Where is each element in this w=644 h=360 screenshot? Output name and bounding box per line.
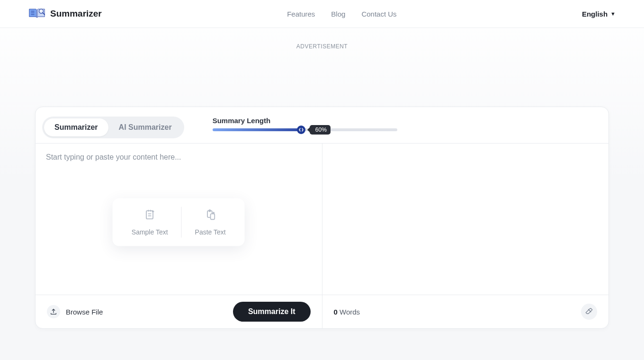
tab-ai-summarizer[interactable]: AI Summarizer bbox=[108, 118, 182, 136]
notepad-plus-icon bbox=[143, 208, 156, 222]
summarizer-card: Summarizer AI Summarizer Summary Length … bbox=[35, 107, 609, 329]
brand-name: Summarizer bbox=[50, 9, 102, 19]
slider-grip-icon bbox=[299, 127, 304, 132]
tab-summarizer[interactable]: Summarizer bbox=[44, 118, 108, 136]
clear-output-button[interactable] bbox=[581, 304, 597, 320]
nav-contact[interactable]: Contact Us bbox=[361, 10, 396, 18]
clipboard-paste-icon bbox=[204, 208, 216, 222]
browse-file-button[interactable]: Browse File bbox=[47, 305, 103, 318]
mode-tabs: Summarizer AI Summarizer bbox=[42, 117, 184, 138]
input-pane: Sample Text Paste Text bbox=[36, 144, 322, 295]
word-count-value: 0 bbox=[334, 308, 338, 316]
book-magnifier-icon bbox=[28, 7, 45, 21]
nav-blog[interactable]: Blog bbox=[331, 10, 345, 18]
footer-left: Browse File Summarize It bbox=[36, 295, 322, 328]
browse-file-label: Browse File bbox=[66, 308, 103, 316]
output-pane bbox=[322, 144, 609, 295]
footer-row: Browse File Summarize It 0 Words bbox=[36, 295, 608, 328]
eraser-icon bbox=[585, 307, 593, 317]
helper-card: Sample Text Paste Text bbox=[113, 198, 245, 246]
nav-features[interactable]: Features bbox=[287, 10, 315, 18]
paste-text-label: Paste Text bbox=[195, 228, 226, 235]
summary-length-slider[interactable]: 60% bbox=[213, 128, 397, 131]
summary-length-block: Summary Length 60% bbox=[213, 117, 430, 131]
sample-text-label: Sample Text bbox=[132, 228, 168, 235]
panes: Sample Text Paste Text bbox=[36, 143, 608, 295]
summarize-button[interactable]: Summarize It bbox=[233, 302, 311, 322]
slider-thumb[interactable] bbox=[297, 126, 305, 134]
sample-text-button[interactable]: Sample Text bbox=[118, 207, 181, 237]
summary-length-label: Summary Length bbox=[213, 117, 430, 125]
slider-fill bbox=[213, 128, 301, 131]
svg-rect-10 bbox=[210, 214, 215, 219]
caret-down-icon: ▼ bbox=[610, 11, 616, 17]
upload-icon bbox=[47, 305, 60, 318]
footer-right: 0 Words bbox=[322, 295, 609, 328]
top-bar: Summarizer Features Blog Contact Us Engl… bbox=[0, 0, 644, 28]
word-count: 0 Words bbox=[334, 308, 360, 316]
brand[interactable]: Summarizer bbox=[28, 7, 102, 21]
paste-text-button[interactable]: Paste Text bbox=[181, 207, 239, 237]
svg-rect-5 bbox=[146, 211, 153, 219]
slider-value-badge: 60% bbox=[310, 125, 331, 135]
language-label: English bbox=[582, 10, 608, 18]
advertisement-label: ADVERTISEMENT bbox=[0, 43, 644, 50]
word-count-label: Words bbox=[340, 308, 360, 316]
main-nav: Features Blog Contact Us bbox=[287, 10, 396, 18]
controls-row: Summarizer AI Summarizer Summary Length … bbox=[36, 107, 608, 143]
language-picker[interactable]: English ▼ bbox=[582, 10, 616, 18]
